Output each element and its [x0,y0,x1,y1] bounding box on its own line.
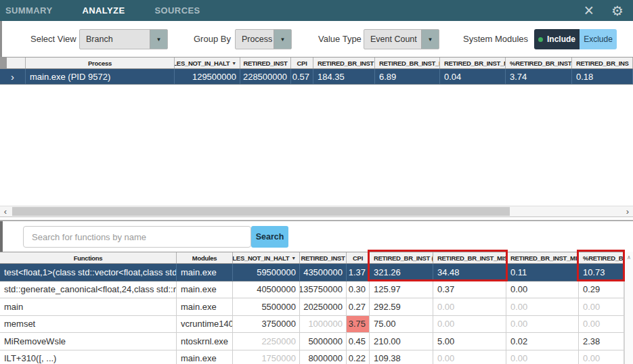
col-header-label: RETIRED_BR_INST_MISP (PT [379,60,440,67]
retired-br-inst-pti-cell: 321.26 [370,264,433,281]
vertical-scrollbar[interactable]: ∧ [624,252,633,364]
process-table: ProcessCYCLES_NOT_IN_HALT▼RETIRED_INSTCP… [0,57,633,85]
col-header-retired-br-inst-misp-pt[interactable]: RETIRED_BR_INST_MISP (PT [375,58,440,68]
col-header-retired-inst[interactable]: RETIRED_INST [300,252,347,263]
select-view-label: Select View [30,21,77,57]
col-header-expander[interactable] [0,58,26,68]
functions-cell: MiRemoveWsle [0,333,177,350]
nav-tabs: SUMMARY ANALYZE SOURCES [0,5,200,16]
col-header-pct-retired-br-inst-mis[interactable]: %RETIRED_BR_INST_MIS [506,58,572,68]
function-row[interactable]: test<float,1>(class std::vector<float,cl… [0,264,624,281]
group-by-value: Process [236,35,274,44]
function-row[interactable]: MiRemoveWslentoskrnl.exe225000050000000.… [0,333,624,350]
cpi-cell: 0.30 [347,281,370,298]
col-header-retired-br-inst-pti[interactable]: RETIRED_BR_INST (PTI [313,58,375,68]
group-by-dropdown[interactable]: Process ▼ [235,29,292,49]
col-header-retired-br-inst-misp-pt[interactable]: RETIRED_BR_INST_MISP (PT [433,252,506,263]
tab-sources[interactable]: SOURCES [154,5,200,16]
tab-summary[interactable]: SUMMARY [5,5,52,16]
col-header-cpi[interactable]: CPI [347,252,370,263]
exclude-toggle-button[interactable]: Exclude [580,29,617,49]
col-header-process[interactable]: Process [26,58,175,68]
col-header-retired-br-inst-pti[interactable]: RETIRED_BR_INST (PTI [370,252,433,263]
col-header-retired-br-inst-misp-rat[interactable]: RETIRED_BR_INST_MISP_RAT [506,252,579,263]
cycles-not-in-halt-cell: 3750000 [233,316,300,333]
col-header-label: RETIRED_BR_INST_MISP (PT [437,254,506,262]
scroll-left-icon[interactable]: ‹ [0,206,11,217]
col-header-retired-br-ins[interactable]: RETIRED_BR_INS [572,58,633,68]
close-icon[interactable]: × [584,2,594,19]
horizontal-scrollbar[interactable]: ‹ › [0,206,633,217]
include-toggle-button[interactable]: Include [534,29,580,49]
retired-br-inst-pti-cell: 292.59 [370,298,433,315]
col-header-label: %RETIRED_BR_INST_MIS [510,60,572,67]
value-type-dropdown[interactable]: Event Count ▼ [364,29,439,49]
col-header-cycles-not-in-halt[interactable]: CYCLES_NOT_IN_HALT▼ [175,58,240,68]
function-row[interactable]: ILT+310([, ...)main.exe175000080000000.2… [0,350,624,364]
col-header-label: CPI [353,254,363,262]
process-cell: main.exe (PID 9572) [26,69,175,84]
table-header-row: ProcessCYCLES_NOT_IN_HALT▼RETIRED_INSTCP… [0,57,633,69]
select-view-dropdown[interactable]: Branch ▼ [79,29,168,49]
functions-cell: memset [0,316,177,333]
process-row[interactable]: ›main.exe (PID 9572)1295000002285000000.… [0,69,633,85]
retired-br-inst-pti-cell: 125.97 [370,281,433,298]
function-row[interactable]: std::generate_canonical<float,24,class s… [0,281,624,299]
functions-cell: ILT+310([, ...) [0,350,177,364]
col-header-pct-retired-br-in[interactable]: %RETIRED_BR_IN [579,252,624,263]
modules-cell: main.exe [177,350,233,364]
tab-analyze[interactable]: ANALYZE [82,5,125,16]
chevron-down-icon: ▼ [150,30,167,49]
gear-icon[interactable]: ⚙ [611,4,624,18]
retired-br-inst-misp-rat-cell: 0.00 [506,281,579,298]
row-expander-icon[interactable]: › [0,69,26,84]
col-header-label: RETIRED_BR_INST (PTI [318,60,375,67]
profiler-window: SUMMARY ANALYZE SOURCES × ⚙ Select View … [0,0,633,364]
search-input[interactable] [23,226,251,248]
search-button[interactable]: Search [251,226,288,248]
retired-br-inst-misp-rat-cell: 0.11 [506,264,579,281]
cycles-not-in-halt-cell: 59500000 [233,264,300,281]
col-header-cpi[interactable]: CPI [291,58,313,68]
function-row[interactable]: mainmain.exe5500000202500000.27292.590.0… [0,298,624,316]
topbar-icons: × ⚙ [584,0,633,21]
pct-retired-br-in-cell: 0.29 [579,281,624,298]
modules-cell: main.exe [177,264,233,281]
scroll-up-icon[interactable]: ∧ [625,253,633,261]
select-view-value: Branch [80,35,150,44]
cpi-cell: 0.45 [347,333,370,350]
retired-br-inst-misp-rati-cell: 0.04 [440,69,506,84]
retired-br-inst-misp-rat-cell: 0.00 [506,350,579,364]
retired-br-inst-misp-pt-cell: 34.48 [433,264,506,281]
col-header-functions[interactable]: Functions [0,252,177,263]
filterbar-left-edge [0,21,2,57]
col-header-label: Process [88,60,112,67]
include-label: Include [547,35,575,44]
include-active-dot-icon [538,37,543,42]
cpi-cell: 0.22 [347,350,370,364]
col-header-retired-br-inst-misp-rati[interactable]: RETIRED_BR_INST_MISP_RATI [440,58,506,68]
horizontal-scrollbar-thumb[interactable] [12,207,510,216]
retired-br-inst-misp-pt-cell: 0.00 [433,316,506,333]
function-row[interactable]: memsetvcruntime140.dll375000010000003.75… [0,316,624,334]
functions-cell: test<float,1>(class std::vector<float,cl… [0,264,177,281]
modules-cell: ntoskrnl.exe [177,333,233,350]
col-header-label: CYCLES_NOT_IN_HALT [233,254,289,262]
col-header-label: RETIRED_INST [243,60,287,67]
col-header-cycles-not-in-halt[interactable]: CYCLES_NOT_IN_HALT▼ [233,252,300,263]
pct-retired-br-in-cell: 2.38 [579,333,624,350]
col-header-retired-inst[interactable]: RETIRED_INST [240,58,291,68]
col-header-modules[interactable]: Modules [177,252,233,263]
col-header-label: CPI [297,60,307,67]
pct-retired-br-inst-mis-cell: 3.74 [506,69,572,84]
retired-br-inst-pti-cell: 109.38 [370,350,433,364]
retired-br-inst-misp-rat-cell: 0.00 [506,316,579,333]
cycles-not-in-halt-cell: 2250000 [233,333,300,350]
sort-desc-icon: ▼ [232,61,236,66]
cpi-cell: 1.37 [347,264,370,281]
sort-desc-icon: ▼ [291,256,296,260]
scroll-right-icon[interactable]: › [622,206,633,217]
functions-table: FunctionsModulesCYCLES_NOT_IN_HALT▼RETIR… [0,252,624,364]
cpi-cell: 0.27 [347,298,370,315]
modules-cell: main.exe [177,281,233,298]
